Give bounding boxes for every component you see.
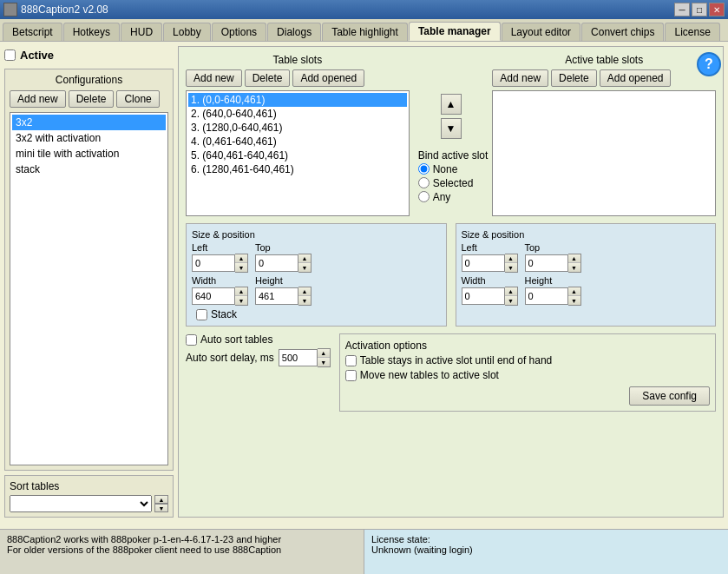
sort-up-btn[interactable]: ▲ [154, 495, 168, 504]
move-up-button[interactable]: ▲ [441, 94, 462, 115]
sort-tables-label: Sort tables [10, 480, 168, 492]
tab-hotkeys[interactable]: Hotkeys [63, 23, 120, 41]
height-spin-up[interactable]: ▲ [298, 287, 311, 296]
width-spinner: ▲ ▼ [192, 287, 248, 306]
activation-option1-checkbox[interactable] [345, 355, 357, 366]
tab-layout-editor[interactable]: Layout editor [502, 23, 580, 41]
left2-input[interactable] [462, 254, 505, 272]
table-slots-delete-button[interactable]: Delete [245, 69, 291, 87]
license-state-value: Unknown (waiting login) [371, 544, 721, 555]
maximize-button[interactable]: □ [692, 3, 707, 16]
bind-selected-option[interactable]: Selected [418, 177, 489, 189]
save-btn-row: Save config [345, 386, 710, 406]
sort-select[interactable] [10, 495, 152, 512]
left2-field-label: Left [462, 242, 518, 253]
active-slots-add-opened-button[interactable]: Add opened [600, 69, 672, 87]
left-spin-down[interactable]: ▼ [235, 263, 247, 272]
tab-hud[interactable]: HUD [121, 23, 162, 41]
sort-row: ▲ ▼ [10, 495, 168, 512]
bind-any-option[interactable]: Any [418, 191, 489, 203]
width-spin-down[interactable]: ▼ [235, 296, 247, 305]
tab-table-manager[interactable]: Table manager [409, 22, 501, 41]
table-slot-item[interactable]: 1. (0,0-640,461) [188, 93, 407, 107]
auto-sort-checkbox[interactable] [186, 334, 197, 346]
table-slots-btn-row: Add new Delete Add opened [186, 69, 410, 87]
left2-spin-up[interactable]: ▲ [505, 254, 517, 263]
activation-option2-label: Move new tables to active slot [360, 369, 499, 381]
active-slots-delete-button[interactable]: Delete [551, 69, 597, 87]
close-button[interactable]: ✕ [709, 3, 725, 16]
save-config-button[interactable]: Save config [629, 386, 710, 406]
top2-spin-down[interactable]: ▼ [568, 263, 580, 272]
width2-input[interactable] [462, 287, 505, 305]
config-add-new-button[interactable]: Add new [10, 90, 66, 108]
active-checkbox[interactable] [4, 49, 16, 61]
table-slots-add-opened-button[interactable]: Add opened [292, 69, 364, 87]
active-slots-list[interactable] [492, 90, 716, 216]
tab-options[interactable]: Options [212, 23, 266, 41]
title-bar-left: 888Caption2 v2.08 [3, 3, 108, 16]
width2-spin-down[interactable]: ▼ [505, 296, 517, 305]
width-spin-up[interactable]: ▲ [235, 287, 247, 296]
top2-input[interactable] [525, 254, 568, 272]
move-down-button[interactable]: ▼ [441, 118, 462, 139]
stack-label: Stack [211, 308, 237, 320]
table-slot-item[interactable]: 5. (640,461-640,461) [188, 148, 407, 162]
height-spin-down[interactable]: ▼ [298, 296, 311, 305]
top-input[interactable] [255, 254, 298, 272]
minimize-button[interactable]: ─ [674, 3, 690, 16]
width2-spin-up[interactable]: ▲ [505, 287, 517, 296]
top-field-label: Top [255, 242, 312, 253]
bind-none-option[interactable]: None [418, 163, 489, 175]
tab-lobby[interactable]: Lobby [163, 23, 211, 41]
height2-spin-up[interactable]: ▲ [568, 287, 580, 296]
table-slots-list[interactable]: 1. (0,0-640,461) 2. (640,0-640,461) 3. (… [186, 90, 410, 216]
left-input[interactable] [192, 254, 235, 272]
config-delete-button[interactable]: Delete [69, 90, 115, 108]
table-slot-item[interactable]: 3. (1280,0-640,461) [188, 121, 407, 135]
top-spinner-btns: ▲ ▼ [298, 254, 312, 273]
tab-dialogs[interactable]: Dialogs [267, 23, 321, 41]
help-button[interactable]: ? [697, 52, 721, 76]
sort-group: Sort tables ▲ ▼ [4, 475, 174, 518]
config-list[interactable]: 3x2 3x2 with activation mini tile with a… [10, 112, 168, 465]
table-slot-item[interactable]: 4. (0,461-640,461) [188, 135, 407, 148]
delay-spin-down[interactable]: ▼ [318, 358, 330, 366]
activation-option2-checkbox[interactable] [345, 370, 357, 381]
top-spin-up[interactable]: ▲ [298, 254, 311, 263]
bind-any-radio[interactable] [418, 191, 430, 202]
width-field-label: Width [192, 275, 248, 286]
width2-spinner: ▲ ▼ [462, 287, 518, 306]
auto-sort-delay-input[interactable] [279, 349, 318, 366]
table-slot-item[interactable]: 6. (1280,461-640,461) [188, 162, 407, 176]
width-input[interactable] [192, 287, 235, 305]
tab-convert-chips[interactable]: Convert chips [581, 23, 664, 41]
config-item[interactable]: mini tile with activation [12, 146, 166, 162]
height2-input[interactable] [525, 287, 568, 305]
height2-spinner-btns: ▲ ▼ [568, 287, 581, 306]
tab-table-highlight[interactable]: Table highlight [322, 23, 408, 41]
stack-checkbox[interactable] [196, 309, 207, 320]
table-slot-item[interactable]: 2. (640,0-640,461) [188, 107, 407, 121]
table-slots-add-new-button[interactable]: Add new [186, 69, 242, 87]
height-spinner-btns: ▲ ▼ [298, 287, 312, 306]
height-input[interactable] [255, 287, 298, 305]
height2-spin-down[interactable]: ▼ [568, 296, 580, 305]
config-clone-button[interactable]: Clone [116, 90, 159, 108]
top2-spin-up[interactable]: ▲ [568, 254, 580, 263]
left-spin-up[interactable]: ▲ [235, 254, 247, 263]
active-slots-add-new-button[interactable]: Add new [492, 69, 548, 87]
tab-license[interactable]: License [665, 23, 719, 41]
config-item[interactable]: 3x2 with activation [12, 130, 166, 146]
auto-sort-delay-group: Auto sort delay, ms ▲ ▼ [186, 348, 331, 367]
top-spin-down[interactable]: ▼ [298, 263, 311, 272]
config-item[interactable]: stack [12, 162, 166, 177]
config-item[interactable]: 3x2 [12, 115, 166, 130]
left2-spin-down[interactable]: ▼ [505, 263, 517, 272]
tab-betscript[interactable]: Betscript [3, 23, 62, 41]
bind-selected-radio[interactable] [418, 177, 430, 188]
bind-none-radio[interactable] [418, 163, 430, 175]
sort-down-btn[interactable]: ▼ [154, 504, 168, 512]
delay-spin-up[interactable]: ▲ [318, 349, 330, 358]
bind-none-label: None [433, 163, 458, 175]
